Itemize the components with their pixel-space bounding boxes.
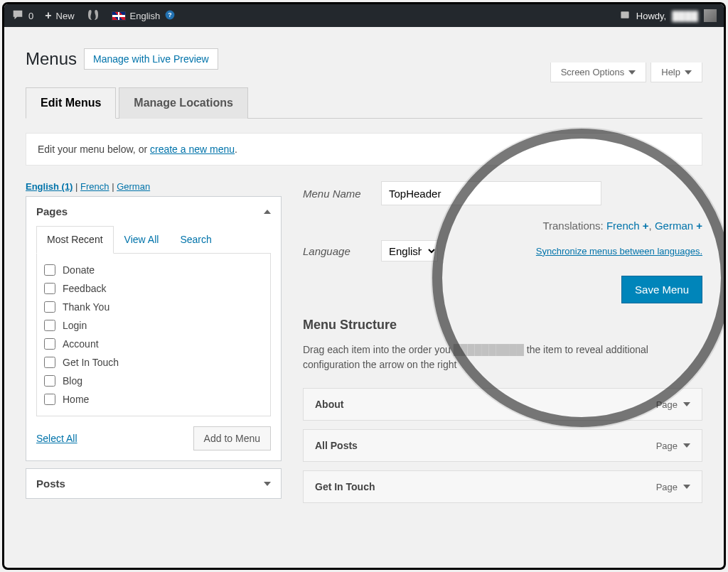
translations-label: Translations:	[542, 220, 603, 232]
chevron-down-icon[interactable]	[683, 443, 690, 448]
tab-search[interactable]: Search	[169, 226, 222, 253]
list-item[interactable]: Get In Touch	[44, 353, 263, 372]
menu-structure-title: Menu Structure	[303, 318, 702, 333]
pages-list[interactable]: Donate Feedback Thank You Login Account …	[36, 254, 271, 416]
page-checkbox[interactable]	[44, 320, 55, 331]
screen-meta: Screen Options Help	[550, 63, 702, 82]
account-link[interactable]: Howdy, ████	[619, 9, 717, 23]
uk-flag-icon	[112, 11, 126, 21]
page-checkbox[interactable]	[44, 301, 55, 313]
new-link[interactable]: + New	[45, 9, 74, 22]
menu-item[interactable]: Get In Touch Page	[303, 470, 702, 503]
menu-structure-desc: Drag each item into the order you ██████…	[303, 342, 702, 372]
chevron-down-icon	[264, 482, 271, 486]
svg-text:?: ?	[168, 11, 172, 18]
howdy-text: Howdy,	[636, 11, 666, 21]
new-label: New	[56, 11, 75, 21]
avatar	[704, 9, 717, 22]
help-label: Help	[661, 67, 680, 77]
menu-name-label: Menu Name	[303, 188, 381, 200]
language-select[interactable]: English	[381, 240, 438, 261]
page-label: Get In Touch	[63, 357, 119, 368]
intro-end: .	[235, 144, 237, 155]
comments-count: 0	[28, 11, 33, 21]
user-name: ████	[672, 11, 698, 21]
help-icon: ?	[164, 9, 176, 23]
language-switcher[interactable]: English ?	[112, 9, 176, 23]
page-label: Login	[63, 320, 87, 331]
list-item[interactable]: Login	[44, 316, 263, 335]
sync-menus-link[interactable]: Synchronize menus between languages.	[536, 246, 702, 257]
posts-toggle[interactable]: Posts	[26, 469, 281, 498]
chevron-down-icon[interactable]	[683, 402, 690, 406]
menu-item-type: Page	[656, 399, 690, 410]
menu-item[interactable]: All Posts Page	[303, 429, 702, 462]
page-label: Home	[63, 394, 89, 405]
tab-edit-menus[interactable]: Edit Menus	[26, 87, 116, 119]
lang-french-link[interactable]: French	[80, 181, 109, 192]
pages-postbox: Pages Most Recent View All Search Donate…	[26, 196, 282, 461]
chevron-down-icon	[685, 70, 692, 75]
live-preview-button[interactable]: Manage with Live Preview	[84, 48, 218, 70]
page-checkbox[interactable]	[44, 338, 55, 350]
intro-bar: Edit your menu below, or create a new me…	[26, 133, 702, 166]
list-item[interactable]: Donate	[44, 261, 263, 279]
list-item[interactable]: Blog	[44, 372, 263, 390]
screen-options-button[interactable]: Screen Options	[550, 63, 647, 82]
language-filter: English (1) | French | German	[26, 181, 282, 192]
menu-item-type: Page	[656, 482, 690, 492]
menu-item-type: Page	[656, 441, 690, 451]
list-item[interactable]: Account	[44, 335, 263, 353]
page-checkbox[interactable]	[44, 375, 55, 387]
intro-text: Edit your menu below, or	[38, 144, 150, 155]
add-to-menu-button[interactable]: Add to Menu	[193, 426, 271, 450]
pages-toggle[interactable]: Pages	[26, 197, 281, 226]
svg-rect-2	[621, 11, 628, 18]
lang-english-link[interactable]: English (1)	[26, 181, 73, 192]
tab-manage-locations[interactable]: Manage Locations	[119, 87, 248, 119]
chevron-down-icon	[628, 70, 636, 75]
select-all-link[interactable]: Select All	[36, 433, 77, 444]
lang-german-link[interactable]: German	[117, 181, 150, 192]
chevron-up-icon	[264, 210, 271, 214]
pages-title: Pages	[36, 205, 68, 217]
menu-item-title: All Posts	[315, 440, 358, 451]
admin-bar: 0 + New English ? Howdy, ████	[4, 4, 724, 27]
page-checkbox[interactable]	[44, 357, 55, 368]
nav-tabs: Edit Menus Manage Locations	[26, 87, 702, 119]
comment-icon	[11, 9, 24, 23]
menu-item[interactable]: About Page	[303, 388, 702, 421]
translation-french-link[interactable]: French	[606, 220, 640, 232]
page-title: Menus	[26, 49, 77, 69]
page-checkbox[interactable]	[44, 283, 55, 294]
page-label: Thank You	[63, 301, 109, 313]
plus-icon[interactable]: +	[696, 220, 702, 232]
translation-german-link[interactable]: German	[655, 220, 693, 232]
plus-icon: +	[45, 9, 51, 22]
plus-icon[interactable]: +	[643, 220, 649, 232]
comments-link[interactable]: 0	[11, 9, 33, 23]
language-label: Language	[303, 245, 381, 257]
menu-name-input[interactable]	[381, 181, 601, 205]
posts-postbox: Posts	[26, 468, 282, 499]
posts-title: Posts	[36, 477, 65, 490]
page-checkbox[interactable]	[44, 394, 55, 405]
chevron-down-icon[interactable]	[683, 485, 690, 489]
list-item[interactable]: Home	[44, 390, 263, 409]
list-item[interactable]: Thank You	[44, 298, 263, 316]
tab-most-recent[interactable]: Most Recent	[36, 226, 114, 254]
help-button[interactable]: Help	[651, 63, 702, 82]
seo-icon[interactable]	[86, 9, 100, 23]
save-menu-button[interactable]: Save Menu	[621, 276, 702, 303]
menu-item-title: About	[315, 399, 343, 410]
notify-icon	[619, 9, 631, 23]
page-label: Account	[63, 338, 99, 350]
page-label: Blog	[63, 375, 82, 387]
page-label: Feedback	[63, 283, 106, 294]
lang-label: English	[130, 11, 161, 21]
create-menu-link[interactable]: create a new menu	[150, 144, 235, 155]
menu-item-title: Get In Touch	[315, 481, 375, 492]
tab-view-all[interactable]: View All	[114, 226, 170, 253]
list-item[interactable]: Feedback	[44, 279, 263, 298]
page-checkbox[interactable]	[44, 264, 55, 276]
